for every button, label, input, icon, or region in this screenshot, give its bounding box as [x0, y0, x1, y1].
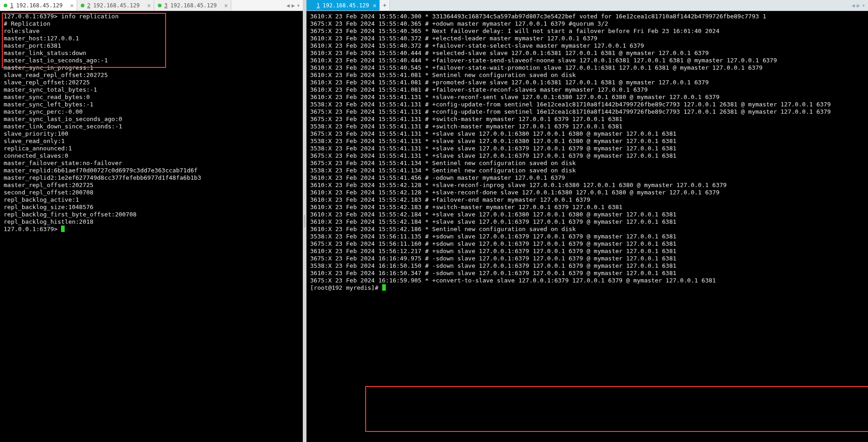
tab-next-icon[interactable]: ▶: [857, 2, 860, 9]
left-tabbar: 1 192.168.45.129 × 2 192.168.45.129 × 3 …: [0, 0, 303, 11]
tab-number: 3: [164, 2, 167, 9]
pane-divider[interactable]: [303, 0, 306, 442]
close-icon[interactable]: ×: [224, 2, 228, 9]
status-dot-icon: [81, 4, 84, 7]
status-dot-icon: [310, 4, 314, 7]
left-tab-1[interactable]: 1 192.168.45.129 ×: [0, 0, 77, 11]
close-icon[interactable]: ×: [70, 2, 74, 9]
add-tab-button[interactable]: +: [380, 0, 390, 11]
tab-prev-icon[interactable]: ◀: [286, 2, 289, 9]
right-tabbar: 1 192.168.45.129 × + ◀ ▶ ▾: [306, 0, 868, 11]
tab-label: 192.168.45.129: [93, 2, 139, 9]
right-pane: 1 192.168.45.129 × + ◀ ▶ ▾ 3610:X 23 Feb…: [306, 0, 868, 442]
left-pane: 1 192.168.45.129 × 2 192.168.45.129 × 3 …: [0, 0, 303, 442]
left-tab-3[interactable]: 3 192.168.45.129 ×: [154, 0, 231, 11]
plus-icon: +: [383, 2, 387, 9]
left-terminal[interactable]: 127.0.0.1:6379> info replication# Replic…: [0, 11, 303, 442]
tab-label: 192.168.45.129: [170, 2, 217, 9]
left-tab-2[interactable]: 2 192.168.45.129 ×: [77, 0, 154, 11]
split-container: 1 192.168.45.129 × 2 192.168.45.129 × 3 …: [0, 0, 868, 442]
right-tab-1[interactable]: 1 192.168.45.129 ×: [306, 0, 380, 11]
close-icon[interactable]: ×: [373, 2, 377, 9]
tab-number: 2: [87, 2, 90, 9]
status-dot-icon: [158, 4, 161, 7]
tab-label: 192.168.45.129: [323, 2, 369, 9]
status-dot-icon: [4, 4, 7, 7]
tab-nav-buttons: ◀ ▶ ▾: [284, 0, 303, 11]
tab-prev-icon[interactable]: ◀: [851, 2, 855, 9]
right-terminal[interactable]: 3610:X 23 Feb 2024 15:55:40.300 * 331364…: [306, 11, 868, 442]
tab-number: 1: [317, 2, 320, 9]
close-icon[interactable]: ×: [147, 2, 151, 9]
tab-menu-icon[interactable]: ▾: [297, 2, 300, 9]
tab-nav-buttons: ◀ ▶ ▾: [849, 0, 868, 11]
tab-label: 192.168.45.129: [16, 2, 62, 9]
tab-number: 1: [10, 2, 13, 9]
tab-next-icon[interactable]: ▶: [292, 2, 295, 9]
tab-menu-icon[interactable]: ▾: [862, 2, 865, 9]
